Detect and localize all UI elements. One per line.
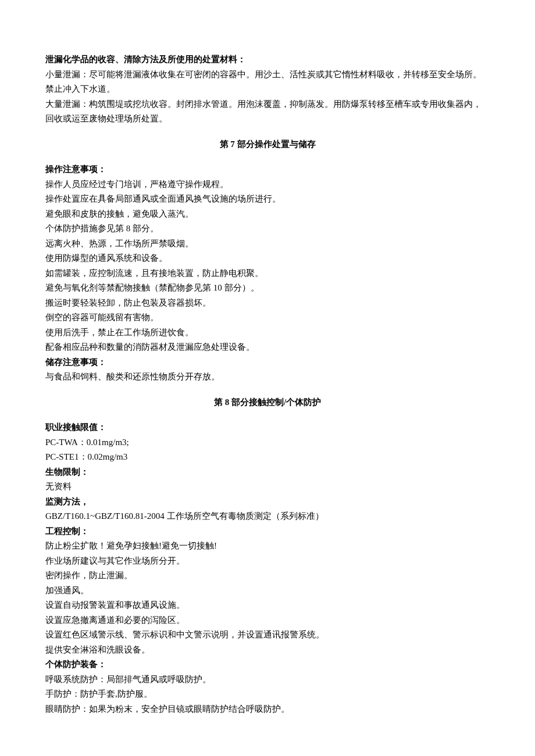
ppe-item-1: 手防护：防护手套,防护服。 [45,687,490,702]
spill-large: 大量泄漏：构筑围堤或挖坑收容。封闭排水管道。用泡沫覆盖，抑制蒸发。用防爆泵转移至… [45,97,490,127]
eng-item-2: 密闭操作，防止泄漏。 [45,568,490,583]
storage-precautions-heading: 储存注意事项： [45,355,490,370]
op-item-2: 避免眼和皮肤的接触，避免吸入蒸汽。 [45,207,490,222]
op-item-5: 使用防爆型的通风系统和设备。 [45,251,490,266]
biological-limit-heading: 生物限制： [45,465,490,480]
eng-item-6: 设置红色区域警示线、警示标识和中文警示说明，并设置通讯报警系统。 [45,628,490,643]
op-item-8: 搬运时要轻装轻卸，防止包装及容器损坏。 [45,296,490,311]
oel-heading: 职业接触限值： [45,420,490,435]
engineering-control-heading: 工程控制： [45,524,490,539]
storage-item-0: 与食品和饲料、酸类和还原性物质分开存放。 [45,370,490,385]
op-item-6: 如需罐装，应控制流速，且有接地装置，防止静电积聚。 [45,266,490,281]
eng-item-0: 防止粉尘扩散！避免孕妇接触!避免一切接触! [45,539,490,554]
eng-item-7: 提供安全淋浴和洗眼设备。 [45,643,490,658]
op-item-4: 远离火种、热源，工作场所严禁吸烟。 [45,237,490,252]
op-item-0: 操作人员应经过专门培训，严格遵守操作规程。 [45,177,490,192]
ppe-item-0: 呼吸系统防护：局部排气通风或呼吸防护。 [45,672,490,687]
ppe-heading: 个体防护装备： [45,657,490,672]
eng-item-4: 设置自动报警装置和事故通风设施。 [45,598,490,613]
oel-stel: PC-STE1：0.02mg/m3 [45,450,490,465]
ppe-item-2: 眼睛防护：如果为粉末，安全护目镜或眼睛防护结合呼吸防护。 [45,702,490,717]
operation-precautions-heading: 操作注意事项： [45,162,490,177]
section-7-header: 第 7 部分操作处置与储存 [45,137,490,152]
op-item-1: 操作处置应在具备局部通风或全面通风换气设施的场所进行。 [45,192,490,207]
op-item-10: 使用后洗手，禁止在工作场所进饮食。 [45,325,490,341]
monitoring-method-heading: 监测方法， [45,495,490,510]
biological-limit-value: 无资料 [45,479,490,495]
op-item-3: 个体防护措施参见第 8 部分。 [45,221,490,237]
op-item-11: 配备相应品种和数量的消防器材及泄漏应急处理设备。 [45,340,490,355]
spill-methods-heading: 泄漏化学品的收容、清除方法及所使用的处置材料： [45,52,490,67]
op-item-7: 避免与氧化剂等禁配物接触（禁配物参见第 10 部分）。 [45,281,490,296]
op-item-9: 倒空的容器可能残留有害物。 [45,310,490,325]
eng-item-5: 设置应急撤离通道和必要的泻险区。 [45,613,490,628]
section-8-header: 第 8 部分接触控制/个体防护 [45,395,490,410]
monitoring-method-value: GBZ/T160.1~GBZ/T160.81-2004 工作场所空气有毒物质测定… [45,509,490,524]
spill-small: 小量泄漏：尽可能将泄漏液体收集在可密闭的容器中。用沙土、活性炭或其它惰性材料吸收… [45,67,490,97]
eng-item-3: 加强通风。 [45,583,490,599]
oel-twa: PC-TWA：0.01mg/m3; [45,435,490,450]
eng-item-1: 作业场所建议与其它作业场所分开。 [45,554,490,569]
